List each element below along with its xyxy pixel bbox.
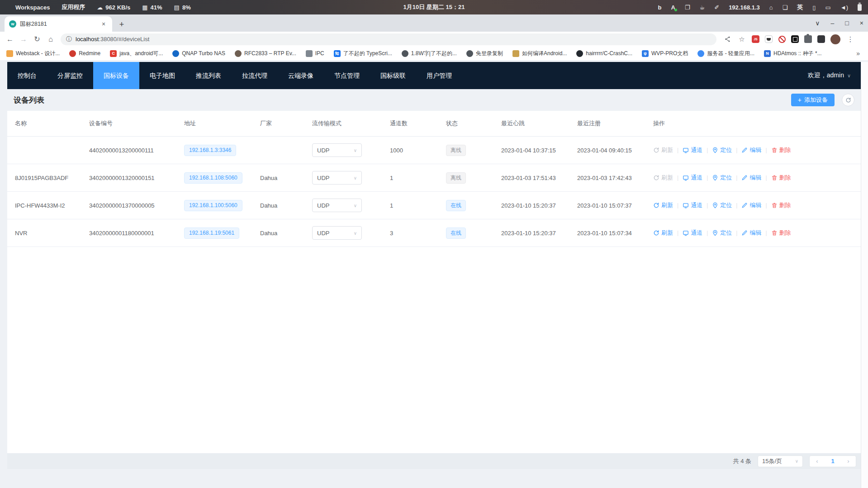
locate-button[interactable]: 定位: [712, 146, 732, 154]
nav-tab-电子地图[interactable]: 电子地图: [139, 62, 185, 89]
proxy-extension-icon[interactable]: [765, 35, 773, 43]
screenshot-extension-icon[interactable]: [791, 35, 799, 43]
refresh-button[interactable]: 刷新: [653, 229, 673, 237]
new-tab-button[interactable]: +: [116, 19, 128, 30]
phone-link-tray-icon[interactable]: ▯: [812, 4, 816, 11]
add-device-button[interactable]: + 添加设备: [791, 94, 835, 106]
user-menu[interactable]: 欢迎，admin ∨: [808, 62, 861, 89]
display-tray-icon[interactable]: ▭: [825, 4, 831, 11]
tab-close-icon[interactable]: ×: [100, 20, 108, 28]
nav-tab-国标设备[interactable]: 国标设备: [93, 62, 139, 89]
channel-button[interactable]: 通道: [683, 201, 702, 209]
site-info-icon[interactable]: ⓘ: [66, 35, 72, 43]
pinned-extension-icon[interactable]: [817, 35, 825, 43]
bookmark-item[interactable]: 服务器 - 轻量应用...: [697, 50, 754, 57]
chevron-down-icon: ∨: [354, 175, 357, 180]
bookmark-item[interactable]: hairrrrr/C-CrashC...: [576, 50, 632, 57]
nav-tab-拉流代理[interactable]: 拉流代理: [232, 62, 278, 89]
delete-button[interactable]: 删除: [771, 229, 791, 237]
nav-tab-控制台[interactable]: 控制台: [7, 62, 47, 89]
clock[interactable]: 1月10日 星期二 15：21: [403, 3, 465, 11]
bookmark-item[interactable]: QNAP Turbo NAS: [172, 50, 225, 57]
refresh-button[interactable]: 刷新: [653, 146, 673, 154]
bookmark-item[interactable]: 如何编译Android...: [512, 50, 567, 57]
bookmark-item[interactable]: 知了不起的 TypeScri...: [334, 50, 392, 57]
locate-button[interactable]: 定位: [712, 174, 732, 182]
bing-tray-icon[interactable]: b: [658, 4, 662, 11]
share-icon[interactable]: [723, 35, 732, 44]
edit-button[interactable]: 编辑: [741, 146, 761, 154]
delete-button[interactable]: 删除: [771, 174, 791, 182]
stream-mode-select[interactable]: UDP∨: [312, 143, 362, 157]
locate-button[interactable]: 定位: [712, 229, 732, 237]
bookmarks-overflow-chevron[interactable]: »: [856, 50, 862, 57]
back-button[interactable]: ←: [4, 33, 16, 46]
window-maximize-icon[interactable]: □: [845, 19, 849, 27]
window-close-icon[interactable]: ×: [860, 19, 863, 27]
nav-tab-分屏监控[interactable]: 分屏监控: [47, 62, 93, 89]
edit-button[interactable]: 编辑: [741, 174, 761, 182]
clipboard-tray-icon[interactable]: ❐: [685, 4, 690, 11]
bookmark-item[interactable]: Webstack - 设计...: [6, 50, 60, 57]
forward-button[interactable]: →: [17, 33, 30, 46]
bookmark-item[interactable]: ψWVP-PRO文档: [642, 50, 688, 57]
cell-channel-count: 1: [390, 175, 446, 181]
page-scrollbar[interactable]: [861, 62, 868, 488]
nav-tab-推流列表[interactable]: 推流列表: [185, 62, 232, 89]
volume-tray-icon[interactable]: ◄): [840, 4, 848, 11]
delete-button[interactable]: 删除: [771, 201, 791, 209]
address-bar[interactable]: ⓘ localhost:38080/#/deviceList: [61, 33, 716, 45]
home-tray-icon[interactable]: ⌂: [769, 4, 773, 11]
bookmark-item[interactable]: Redmine: [69, 50, 100, 57]
color-picker-tray-icon[interactable]: ✐: [714, 4, 719, 11]
bookmark-item[interactable]: IPC: [306, 50, 324, 57]
bookmark-item[interactable]: 1.8W字|了不起的...: [402, 50, 457, 57]
tray-ip-address[interactable]: 192.168.1.3: [729, 4, 760, 11]
nav-tab-用户管理[interactable]: 用户管理: [416, 62, 462, 89]
extensions-puzzle-icon[interactable]: [804, 35, 812, 43]
edit-button[interactable]: 编辑: [741, 229, 761, 237]
edit-button[interactable]: 编辑: [741, 201, 761, 209]
table-row: 44020000013200000111192.168.1.3:3346UDP∨…: [7, 137, 861, 164]
channel-button[interactable]: 通道: [683, 146, 702, 154]
page-size-select[interactable]: 15条/页 ∨: [758, 455, 803, 467]
table-row: NVR34020000001180000001192.168.1.19:5061…: [7, 219, 861, 247]
stream-mode-select[interactable]: UDP∨: [312, 199, 362, 212]
delete-button[interactable]: 删除: [771, 146, 791, 154]
browser-home-button[interactable]: ⌂: [44, 33, 57, 46]
nav-tab-节点管理[interactable]: 节点管理: [324, 62, 370, 89]
input-method-indicator[interactable]: 英: [797, 3, 803, 11]
bookmark-item[interactable]: Cjava、android可...: [110, 50, 163, 57]
nav-tab-国标级联[interactable]: 国标级联: [370, 62, 416, 89]
nav-tab-云端录像[interactable]: 云端录像: [278, 62, 324, 89]
adblock-extension-icon[interactable]: [778, 35, 786, 43]
refresh-list-button[interactable]: [842, 94, 854, 106]
stream-mode-select[interactable]: UDP∨: [312, 171, 362, 185]
profile-avatar[interactable]: [830, 34, 840, 44]
channel-button[interactable]: 通道: [683, 229, 702, 237]
window-minimize-icon[interactable]: –: [831, 19, 835, 27]
bookmark-item[interactable]: 免登录复制: [466, 50, 503, 57]
next-page-button[interactable]: ›: [847, 458, 849, 464]
reload-button[interactable]: ↻: [31, 33, 43, 46]
bookmark-item[interactable]: NHDAtmos :: 种子 *...: [764, 50, 822, 57]
caffeine-tray-icon[interactable]: ☕: [700, 4, 705, 11]
tab-search-chevron-icon[interactable]: ∨: [815, 19, 820, 27]
locate-button[interactable]: 定位: [712, 201, 732, 209]
battery-icon[interactable]: [858, 4, 862, 11]
browser-menu-icon[interactable]: ⋮: [846, 35, 855, 44]
translate-tray-icon[interactable]: A: [671, 4, 675, 11]
bookmark-item[interactable]: RFC2833 – RTP Ev...: [235, 50, 296, 57]
channel-button[interactable]: 通道: [683, 174, 702, 182]
current-page-button[interactable]: 1: [831, 458, 834, 464]
stream-mode-select[interactable]: UDP∨: [312, 226, 362, 240]
browser-tab[interactable]: w 国标28181 ×: [5, 16, 112, 32]
refresh-button[interactable]: 刷新: [653, 201, 673, 209]
workspaces-button[interactable]: Workspaces: [15, 4, 50, 11]
applications-menu-button[interactable]: 应用程序: [62, 3, 85, 11]
bookmark-star-icon[interactable]: ☆: [737, 35, 746, 44]
prev-page-button[interactable]: ‹: [816, 458, 818, 464]
refresh-button[interactable]: 刷新: [653, 174, 673, 182]
window-switcher-tray-icon[interactable]: ❏: [783, 4, 788, 11]
js-extension-icon[interactable]: JS: [752, 35, 759, 43]
